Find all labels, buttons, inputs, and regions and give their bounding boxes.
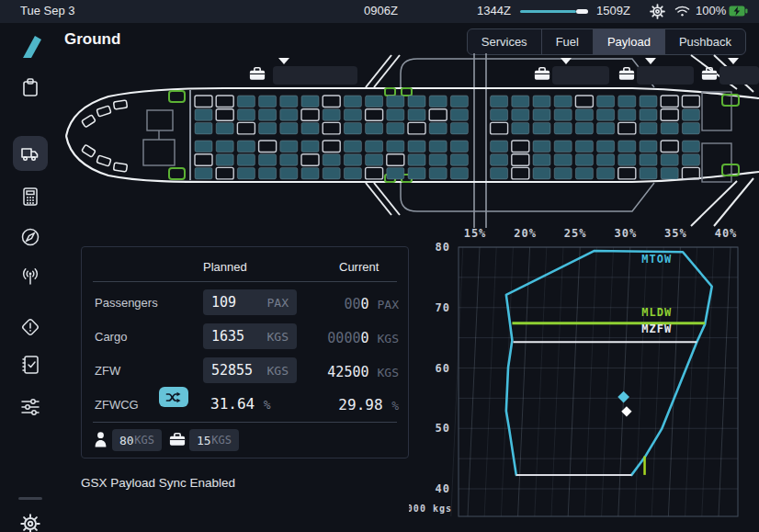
seat[interactable] xyxy=(429,154,447,166)
seat[interactable] xyxy=(216,141,233,153)
seat[interactable] xyxy=(640,154,657,166)
seat[interactable] xyxy=(344,122,361,134)
cargo-hold-input-3[interactable] xyxy=(637,66,694,85)
seat[interactable] xyxy=(512,154,529,166)
seat-grid[interactable] xyxy=(195,96,699,179)
seat[interactable] xyxy=(575,109,593,121)
seat[interactable] xyxy=(259,96,277,108)
seat[interactable] xyxy=(618,141,636,153)
seat[interactable] xyxy=(575,122,593,134)
seat[interactable] xyxy=(533,154,550,166)
seat[interactable] xyxy=(366,122,383,134)
seat[interactable] xyxy=(323,167,340,179)
seat[interactable] xyxy=(512,96,529,108)
seat[interactable] xyxy=(512,109,529,121)
seat[interactable] xyxy=(450,122,468,134)
seat[interactable] xyxy=(554,109,572,121)
seat[interactable] xyxy=(450,154,468,166)
seat[interactable] xyxy=(575,154,593,166)
seat[interactable] xyxy=(640,109,657,121)
seat[interactable] xyxy=(366,109,383,121)
seat[interactable] xyxy=(237,96,255,108)
time-slider[interactable] xyxy=(520,9,588,14)
seat[interactable] xyxy=(195,154,212,166)
seat[interactable] xyxy=(344,141,361,153)
seat[interactable] xyxy=(661,122,678,134)
seat[interactable] xyxy=(366,167,383,179)
bag-weight-input[interactable]: 15 KGS xyxy=(189,429,239,451)
seat[interactable] xyxy=(533,109,550,121)
seat[interactable] xyxy=(301,109,319,121)
seat[interactable] xyxy=(491,167,508,179)
seat[interactable] xyxy=(491,154,508,166)
seat[interactable] xyxy=(195,167,212,179)
seat[interactable] xyxy=(323,96,340,108)
seat[interactable] xyxy=(597,122,615,134)
seat[interactable] xyxy=(301,122,319,134)
sidebar-item-checklists[interactable] xyxy=(19,354,41,376)
zfw-planned-input[interactable]: 52855 KGS xyxy=(203,357,297,383)
tab-pushback[interactable]: Pushback xyxy=(664,29,745,54)
seat[interactable] xyxy=(280,96,298,108)
seat[interactable] xyxy=(661,167,678,179)
seat[interactable] xyxy=(195,109,212,121)
sidebar-item-failures[interactable] xyxy=(19,316,41,338)
seat[interactable] xyxy=(597,154,615,166)
seat[interactable] xyxy=(259,141,277,153)
seat[interactable] xyxy=(597,141,615,153)
seat[interactable] xyxy=(259,109,277,121)
seat[interactable] xyxy=(618,96,636,108)
seat[interactable] xyxy=(450,96,468,108)
seat[interactable] xyxy=(661,154,678,166)
cargo-hold-input-1[interactable] xyxy=(273,66,357,85)
seat[interactable] xyxy=(344,109,361,121)
seat[interactable] xyxy=(323,122,340,134)
passengers-planned-input[interactable]: 109 PAX xyxy=(203,289,297,315)
seat[interactable] xyxy=(408,141,425,153)
sidebar-item-ground-active[interactable] xyxy=(13,136,48,171)
sidebar-item-radios[interactable] xyxy=(19,266,41,288)
time-slider-thumb[interactable] xyxy=(576,9,588,14)
seat[interactable] xyxy=(344,96,361,108)
seat[interactable] xyxy=(237,154,255,166)
seat[interactable] xyxy=(387,122,404,134)
seat[interactable] xyxy=(237,141,255,153)
seat[interactable] xyxy=(429,141,447,153)
seat[interactable] xyxy=(195,141,212,153)
seat[interactable] xyxy=(216,167,233,179)
settings-gear-icon[interactable] xyxy=(650,4,665,19)
seat[interactable] xyxy=(301,167,319,179)
seat[interactable] xyxy=(597,109,615,121)
seat[interactable] xyxy=(682,96,699,108)
randomize-cg-button[interactable] xyxy=(159,387,188,407)
seat[interactable] xyxy=(301,96,319,108)
seat[interactable] xyxy=(491,141,508,153)
seat[interactable] xyxy=(597,96,615,108)
cargo-hold-input-4[interactable] xyxy=(719,66,759,85)
sidebar-item-tuning[interactable] xyxy=(19,396,41,418)
tab-payload[interactable]: Payload xyxy=(593,29,664,54)
seat[interactable] xyxy=(259,154,277,166)
seat[interactable] xyxy=(640,96,657,108)
seat[interactable] xyxy=(640,141,657,153)
seat[interactable] xyxy=(280,109,298,121)
cargo-planned-input[interactable]: 1635 KGS xyxy=(203,323,297,349)
seat[interactable] xyxy=(408,167,425,179)
seat[interactable] xyxy=(640,122,657,134)
seat[interactable] xyxy=(429,167,447,179)
seat[interactable] xyxy=(323,109,340,121)
seat[interactable] xyxy=(216,109,233,121)
tab-fuel[interactable]: Fuel xyxy=(541,29,593,54)
seat[interactable] xyxy=(640,167,657,179)
seat[interactable] xyxy=(682,122,699,134)
seat[interactable] xyxy=(280,122,298,134)
seat[interactable] xyxy=(237,167,255,179)
sidebar-item-navigation[interactable] xyxy=(19,226,41,248)
seat[interactable] xyxy=(323,141,340,153)
seat[interactable] xyxy=(450,167,468,179)
seat[interactable] xyxy=(259,122,277,134)
seat[interactable] xyxy=(280,141,298,153)
seat[interactable] xyxy=(618,122,636,134)
seat[interactable] xyxy=(259,167,277,179)
seat[interactable] xyxy=(429,109,447,121)
